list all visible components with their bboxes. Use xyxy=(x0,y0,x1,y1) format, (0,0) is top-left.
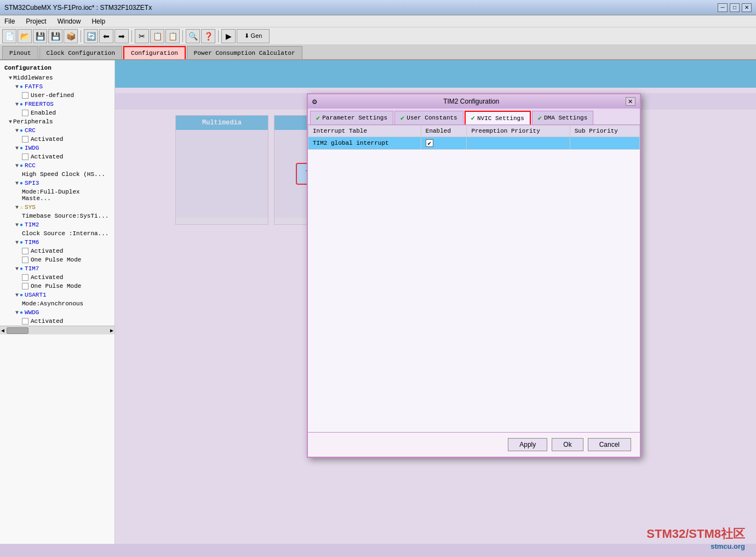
tree-tim6-onepulse: One Pulse Mode xyxy=(0,255,114,264)
tab-clock-configuration[interactable]: Clock Configuration xyxy=(39,46,122,59)
spi3-mode-label: Mode:Full-Duplex Maste... xyxy=(20,188,114,202)
table-row[interactable]: TIM2 global interrupt ✔ xyxy=(308,137,640,150)
toolbar-save2[interactable]: 💾 xyxy=(48,29,62,43)
toolbar-new[interactable]: 📄 xyxy=(2,29,16,43)
nvic-enabled-checkbox[interactable]: ✔ xyxy=(426,139,433,147)
col-sub-priority: Sub Priority xyxy=(570,126,639,137)
sys-label[interactable]: ▼ ⚠ SYS xyxy=(13,203,114,211)
tim6-onepulse-label[interactable]: One Pulse Mode xyxy=(20,256,114,264)
tim7-activated-checkbox[interactable] xyxy=(22,274,28,281)
tree-crc: ▼ ● CRC xyxy=(0,126,114,135)
freertos-label[interactable]: ▼ ● FREERTOS xyxy=(13,100,114,108)
iwdg-arrow: ▼ xyxy=(15,145,19,151)
freertos-arrow: ▼ xyxy=(15,101,19,107)
tim7-onepulse-label[interactable]: One Pulse Mode xyxy=(20,282,114,290)
apply-button[interactable]: Apply xyxy=(508,438,547,451)
maximize-button[interactable]: □ xyxy=(730,3,740,12)
tree-tim7: ▼ ● TIM7 xyxy=(0,264,114,273)
tim2-arrow: ▼ xyxy=(15,222,19,228)
toolbar-back[interactable]: ⬅ xyxy=(99,29,113,43)
middlewares-label[interactable]: ▼ MiddleWares xyxy=(7,74,114,82)
toolbar-help[interactable]: ❓ xyxy=(201,29,215,43)
freertos-enabled-label[interactable]: Enabled xyxy=(20,109,114,117)
tab-parameter-settings[interactable]: ✔ Parameter Settings xyxy=(310,111,393,124)
toolbar-copy[interactable]: 📋 xyxy=(150,29,164,43)
window-close-button[interactable]: ✕ xyxy=(742,3,752,12)
dialog-overlay: ⚙ TIM2 Configuration ✕ ✔ Parameter Setti… xyxy=(115,60,756,544)
menu-help[interactable]: Help xyxy=(89,16,107,26)
ok-button[interactable]: Ok xyxy=(552,438,583,451)
tim7-activated-label[interactable]: Activated xyxy=(20,274,114,281)
minimize-button[interactable]: ─ xyxy=(718,3,728,12)
peripherals-label[interactable]: ▼ Peripherals xyxy=(7,118,114,126)
dialog-footer: Apply Ok Cancel xyxy=(308,432,640,457)
tim6-onepulse-checkbox[interactable] xyxy=(22,257,28,263)
scroll-thumb[interactable] xyxy=(7,327,28,334)
toolbar-refresh[interactable]: 🔄 xyxy=(84,29,98,43)
toolbar-search[interactable]: 🔍 xyxy=(186,29,200,43)
dialog-title-bar: ⚙ TIM2 Configuration ✕ xyxy=(308,94,640,109)
tim6-arrow: ▼ xyxy=(15,240,19,246)
tree-scrollbar-h[interactable]: ◀ ▶ xyxy=(0,326,114,334)
toolbar-save[interactable]: 💾 xyxy=(33,29,47,43)
toolbar-run[interactable]: ▶ xyxy=(221,29,236,43)
tim6-activated-checkbox[interactable] xyxy=(22,248,28,254)
scroll-left-arrow[interactable]: ◀ xyxy=(1,327,4,334)
menu-project[interactable]: Project xyxy=(24,16,48,26)
cell-enabled[interactable]: ✔ xyxy=(421,137,467,150)
tim6-activated-label[interactable]: Activated xyxy=(20,247,114,255)
tree-iwdg: ▼ ● IWDG xyxy=(0,144,114,152)
dialog-close-button[interactable]: ✕ xyxy=(626,97,635,106)
title-bar: STM32CubeMX YS-F1Pro.ioc* : STM32F103ZET… xyxy=(0,0,756,15)
tim6-label[interactable]: ▼ ● TIM6 xyxy=(13,238,114,246)
rcc-arrow: ▼ xyxy=(15,163,19,169)
rcc-label[interactable]: ▼ ● RCC xyxy=(13,162,114,169)
fatfs-label[interactable]: ▼ ● FATFS xyxy=(13,83,114,90)
tab-pinout[interactable]: Pinout xyxy=(2,46,38,59)
iwdg-activated-checkbox[interactable] xyxy=(22,154,28,160)
main-tab-bar: Pinout Clock Configuration Configuration… xyxy=(0,45,756,60)
toolbar-generate[interactable]: ⬇ Gen xyxy=(237,29,270,43)
cancel-button[interactable]: Cancel xyxy=(588,438,631,451)
scroll-right-arrow[interactable]: ▶ xyxy=(110,327,113,334)
usart1-label[interactable]: ▼ ● USART1 xyxy=(13,291,114,299)
iwdg-label[interactable]: ▼ ● IWDG xyxy=(13,144,114,152)
tim7-label[interactable]: ▼ ● TIM7 xyxy=(13,265,114,272)
param-check-icon: ✔ xyxy=(316,114,320,122)
separator-4 xyxy=(218,30,219,42)
crc-label[interactable]: ▼ ● CRC xyxy=(13,127,114,134)
fatfs-userdefined-checkbox[interactable] xyxy=(22,92,28,99)
usart1-mode-label: Mode:Asynchronous xyxy=(20,300,114,308)
crc-activated-label[interactable]: Activated xyxy=(20,135,114,143)
tim2-label[interactable]: ▼ ● TIM2 xyxy=(13,221,114,229)
freertos-enabled-checkbox[interactable] xyxy=(22,110,28,116)
menu-file[interactable]: File xyxy=(2,16,17,26)
fatfs-userdefined-label[interactable]: User-defined xyxy=(20,92,114,99)
tab-dma-settings[interactable]: ✔ DMA Settings xyxy=(532,111,593,124)
tree-fatfs-userdefined: User-defined xyxy=(0,91,114,100)
tim2-source-label: Clock Source :Interna... xyxy=(20,230,114,237)
tim7-arrow: ▼ xyxy=(15,266,19,272)
toolbar-package[interactable]: 📦 xyxy=(64,29,78,43)
spi3-label[interactable]: ▼ ● SPI3 xyxy=(13,179,114,187)
tree-rcc: ▼ ● RCC xyxy=(0,161,114,170)
wwdg-activated-label[interactable]: Activated xyxy=(20,317,114,325)
toolbar-open[interactable]: 📂 xyxy=(18,29,32,43)
wwdg-activated-checkbox[interactable] xyxy=(22,318,28,325)
tab-user-constants[interactable]: ✔ User Constants xyxy=(394,111,463,124)
toolbar-forward[interactable]: ➡ xyxy=(114,29,129,43)
tab-nvic-settings[interactable]: ✔ NVIC Settings xyxy=(465,111,531,124)
tab-configuration[interactable]: Configuration xyxy=(123,46,186,59)
tab-nvic-label: NVIC Settings xyxy=(477,115,524,122)
wwdg-arrow: ▼ xyxy=(15,310,19,316)
spi3-dot: ● xyxy=(20,180,23,186)
toolbar-cut[interactable]: ✂ xyxy=(135,29,149,43)
cell-interrupt-name: TIM2 global interrupt xyxy=(308,137,421,150)
toolbar-paste[interactable]: 📋 xyxy=(165,29,180,43)
tim7-onepulse-checkbox[interactable] xyxy=(22,283,28,289)
menu-window[interactable]: Window xyxy=(55,16,83,26)
tab-power-consumption[interactable]: Power Consumption Calculator xyxy=(187,46,302,59)
iwdg-activated-label[interactable]: Activated xyxy=(20,153,114,161)
wwdg-label[interactable]: ▼ ● WWDG xyxy=(13,309,114,316)
crc-activated-checkbox[interactable] xyxy=(22,136,28,143)
